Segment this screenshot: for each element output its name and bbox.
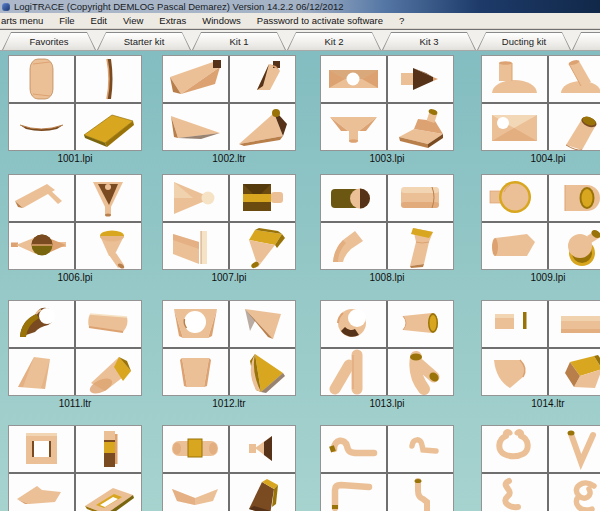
tab-label: Starter kit bbox=[98, 33, 190, 50]
part-view-grid bbox=[8, 425, 142, 511]
menu-item-extras[interactable]: Extras bbox=[159, 15, 186, 26]
part-view-rounded-panel-front[interactable] bbox=[9, 56, 74, 102]
part-filename: 1002.ltr bbox=[162, 153, 296, 164]
part-view-cone-front[interactable] bbox=[163, 175, 228, 221]
part-view-segmented-bar-side[interactable] bbox=[76, 426, 141, 472]
part-view-cone-iso[interactable] bbox=[76, 223, 141, 269]
part-view-square-to-round-cone-iso[interactable] bbox=[230, 349, 295, 395]
part-view-half-cylinder-side[interactable] bbox=[549, 175, 600, 221]
part-view-panel-edge-top[interactable] bbox=[9, 104, 74, 150]
tab-kit-3[interactable]: Kit 3 bbox=[382, 32, 476, 50]
part-view-pipe-section-c[interactable] bbox=[321, 301, 386, 347]
part-view-round-duct-top[interactable] bbox=[482, 175, 547, 221]
part-view-butterfly-front[interactable] bbox=[163, 474, 228, 511]
part-view-dome-stub-angled[interactable] bbox=[549, 56, 600, 102]
tab-starter-kit[interactable]: Starter kit bbox=[97, 32, 191, 50]
part-group: 1002.ltr bbox=[162, 55, 296, 164]
part-view-slant-cylinder-side[interactable] bbox=[76, 301, 141, 347]
part-view-pipe-long-bend[interactable] bbox=[321, 426, 386, 472]
part-view-cut-cylinder-front[interactable] bbox=[482, 223, 547, 269]
part-view-curved-wedge-hole[interactable] bbox=[9, 301, 74, 347]
part-view-bent-panel-iso[interactable] bbox=[549, 349, 600, 395]
part-view-y-branch-iso[interactable] bbox=[388, 349, 453, 395]
part-view-cone-top[interactable] bbox=[230, 175, 295, 221]
menu-bar: arts menuFileEditViewExtrasWindowsPasswo… bbox=[0, 13, 600, 29]
part-view-pipe-z-bend[interactable] bbox=[388, 474, 453, 511]
part-group: 1004.lpi bbox=[481, 55, 600, 164]
part-view-panel-iso-gold[interactable] bbox=[76, 104, 141, 150]
part-view-pipe-corner[interactable] bbox=[321, 474, 386, 511]
tab-kit-2[interactable]: Kit 2 bbox=[287, 32, 381, 50]
part-filename: 1004.lpi bbox=[481, 153, 600, 164]
part-view-pipe-gold-end[interactable] bbox=[388, 301, 453, 347]
part-view-flag-flat-pattern[interactable] bbox=[163, 223, 228, 269]
part-filename: 1009.lpi bbox=[481, 272, 600, 283]
menu-item-file[interactable]: File bbox=[59, 15, 74, 26]
part-view-cone-on-pipe-side[interactable] bbox=[9, 175, 74, 221]
part-view-dome-flat-hole[interactable] bbox=[482, 104, 547, 150]
part-view-sail-flat[interactable] bbox=[230, 301, 295, 347]
part-filename: 1008.lpi bbox=[320, 272, 454, 283]
tab-partial[interactable] bbox=[572, 32, 600, 50]
part-group bbox=[320, 425, 454, 511]
part-view-funnel-front[interactable] bbox=[76, 175, 141, 221]
part-view-frustum2-front[interactable] bbox=[163, 349, 228, 395]
part-view-square-hole-panel[interactable] bbox=[9, 426, 74, 472]
tab-label: Kit 2 bbox=[288, 33, 380, 50]
part-view-obround-top[interactable] bbox=[321, 175, 386, 221]
part-view-hopper-side[interactable] bbox=[388, 56, 453, 102]
part-view-dome-stub-front[interactable] bbox=[482, 56, 547, 102]
part-view-funnel-left-side[interactable] bbox=[230, 426, 295, 472]
part-view-hopper-front[interactable] bbox=[321, 104, 386, 150]
tab-kit-1[interactable]: Kit 1 bbox=[192, 32, 286, 50]
part-view-pipe-s-curve[interactable] bbox=[482, 474, 547, 511]
part-view-pipe-v-bend[interactable] bbox=[549, 426, 600, 472]
part-view-transition-iso[interactable] bbox=[230, 104, 295, 150]
menu-item-password-to-activate-software[interactable]: Password to activate software bbox=[257, 15, 383, 26]
menu-item-[interactable]: ? bbox=[399, 15, 404, 26]
part-view-pipe-short-bend[interactable] bbox=[388, 426, 453, 472]
part-view-hopper-iso[interactable] bbox=[388, 104, 453, 150]
tab-label bbox=[573, 33, 600, 50]
tab-label: Kit 3 bbox=[383, 33, 475, 50]
part-view-wedge-block-iso[interactable] bbox=[230, 474, 295, 511]
part-view-trapezoid-hole[interactable] bbox=[163, 301, 228, 347]
menu-item-edit[interactable]: Edit bbox=[91, 15, 107, 26]
part-view-duct-flat-hole[interactable] bbox=[321, 56, 386, 102]
tab-label: Favorites bbox=[3, 33, 95, 50]
menu-item-view[interactable]: View bbox=[123, 15, 143, 26]
part-view-rect-and-bar-top[interactable] bbox=[482, 301, 547, 347]
part-view-wide-rect-side[interactable] bbox=[549, 301, 600, 347]
part-filename: 1003.lpi bbox=[320, 153, 454, 164]
part-view-transition-side[interactable] bbox=[163, 104, 228, 150]
part-filename: 1006.lpi bbox=[8, 272, 142, 283]
part-view-grid bbox=[320, 55, 454, 151]
part-view-elbow-iso[interactable] bbox=[388, 223, 453, 269]
part-view-y-branch-front[interactable] bbox=[321, 349, 386, 395]
part-view-square-to-round-iso[interactable] bbox=[230, 223, 295, 269]
part-view-round-duct-iso[interactable] bbox=[549, 223, 600, 269]
part-view-bar-gold-center-top[interactable] bbox=[163, 426, 228, 472]
part-view-transition-flat-pattern[interactable] bbox=[163, 56, 228, 102]
part-view-elbow-profile[interactable] bbox=[321, 223, 386, 269]
part-filename: 1014.ltr bbox=[481, 398, 600, 409]
part-view-pipe-u-hook[interactable] bbox=[482, 426, 547, 472]
part-view-fan-shield-flat[interactable] bbox=[482, 349, 547, 395]
part-view-rounded-duct-side[interactable] bbox=[388, 175, 453, 221]
tab-ducting-kit[interactable]: Ducting kit bbox=[477, 32, 571, 50]
menu-item-windows[interactable]: Windows bbox=[202, 15, 241, 26]
part-view-grid bbox=[8, 55, 142, 151]
part-view-frustum-front[interactable] bbox=[9, 349, 74, 395]
part-view-arrow-flat[interactable] bbox=[9, 474, 74, 511]
tab-favorites[interactable]: Favorites bbox=[2, 32, 96, 50]
part-view-frame-panel-iso[interactable] bbox=[76, 474, 141, 511]
part-view-spindle-top[interactable] bbox=[9, 223, 74, 269]
part-group: 1007.lpi bbox=[162, 174, 296, 283]
part-view-oblique-cone-iso[interactable] bbox=[76, 349, 141, 395]
part-view-pipe-curl[interactable] bbox=[549, 474, 600, 511]
part-view-transition-iso-top[interactable] bbox=[230, 56, 295, 102]
part-view-grid bbox=[162, 174, 296, 270]
menu-item-arts-menu[interactable]: arts menu bbox=[1, 15, 43, 26]
part-view-panel-edge-side[interactable] bbox=[76, 56, 141, 102]
part-view-stub-cylinder-iso[interactable] bbox=[549, 104, 600, 150]
